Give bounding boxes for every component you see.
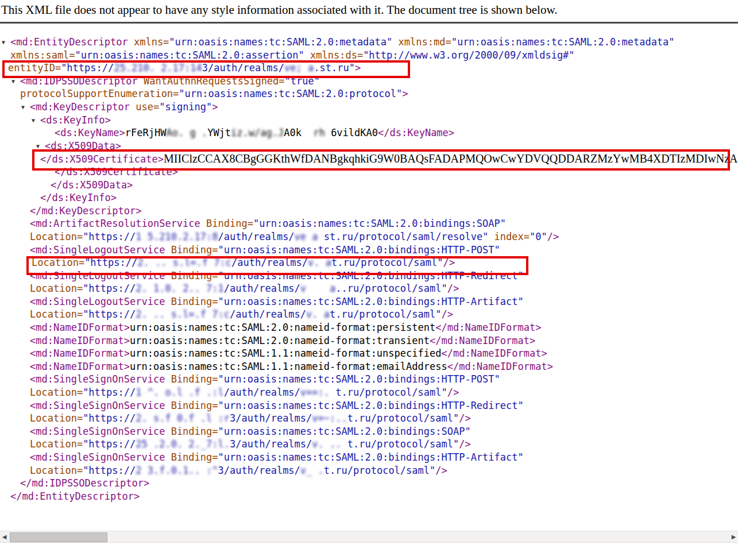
xml-attr: Location= xyxy=(32,257,84,268)
xml-tag: </ds:KeyInfo> xyxy=(40,192,117,203)
xml-val: "https:// xyxy=(83,283,136,294)
xml-tag: /> xyxy=(459,412,470,424)
xml-text: 6vildKA0 xyxy=(331,127,378,138)
redacted-text: Ao. g . xyxy=(166,127,207,138)
xml-tag: /> xyxy=(459,438,470,450)
redacted-text: 1 ^. o.l .f .:l xyxy=(136,387,224,398)
collapse-arrow-icon[interactable]: ▼ xyxy=(36,140,45,153)
redacted-text: iz.w/ag.J xyxy=(231,127,284,138)
collapse-arrow-icon[interactable]: ▼ xyxy=(32,114,40,128)
xml-val: "https:// xyxy=(83,438,136,450)
collapse-arrow-icon[interactable]: ▼ xyxy=(21,101,30,114)
xml-text: A0k xyxy=(284,127,302,138)
xml-tag: /> xyxy=(435,465,447,476)
header-divider xyxy=(0,22,738,24)
xml-tag: <md:SingleLogoutService xyxy=(30,296,165,307)
xml-text: urn:oasis:names:tc:SAML:2.0:nameid-forma… xyxy=(130,335,430,346)
xml-tag: </md:NameIDFormat> xyxy=(441,347,547,359)
xml-val: /auth/realms/ xyxy=(224,387,300,398)
xml-attr: xmlns:md= xyxy=(392,36,451,48)
xml-tag: <md:EntityDescriptor xyxy=(10,36,128,48)
xml-attr: Binding= xyxy=(165,451,218,463)
xml-val: "urn:oasis:names:tc:SAML:2.0:metadata" xyxy=(451,36,675,48)
xml-line: <md:SingleLogoutService Binding="urn:oas… xyxy=(0,269,738,283)
xml-line: <md:SingleSignOnService Binding="urn:oas… xyxy=(0,373,738,386)
xml-tag: </ds:X509Certificate> xyxy=(40,153,164,165)
xml-val: "0" xyxy=(530,231,547,242)
xml-val: "urn:oasis:names:tc:SAML:2.0:bindings:HT… xyxy=(218,296,524,307)
xml-val: "https:// xyxy=(83,387,136,398)
xml-line: <md:SingleLogoutService Binding="urn:oas… xyxy=(0,244,738,257)
xml-tag: /> xyxy=(442,308,453,320)
xml-attr: Location= xyxy=(30,387,83,398)
xml-val: 3/auth/realms/ xyxy=(218,465,300,476)
xml-line: </ds:X509Data> xyxy=(0,179,738,192)
xml-line: <ds:KeyName>rFeRjHWAo. g .YWjtiz.w/ag.JA… xyxy=(0,126,738,140)
xml-tag: <md:NameIDFormat> xyxy=(30,322,130,333)
xml-line: <md:NameIDFormat>urn:oasis:names:tc:SAML… xyxy=(0,360,738,373)
xml-viewer-page: This XML file does not appear to have an… xyxy=(0,0,738,560)
xml-tag: </md:NameIDFormat> xyxy=(447,361,553,372)
xml-val: /auth/realms/ xyxy=(224,283,300,294)
xml-text: YWjt xyxy=(207,127,231,138)
xml-tag: </md:IDPSSODescriptor> xyxy=(20,477,149,489)
xml-val: "urn:oasis:names:tc:SAML:2.0:protocol" xyxy=(179,88,402,99)
xml-attr: Location= xyxy=(30,438,83,450)
xml-tag: > xyxy=(212,101,218,113)
no-style-message: This XML file does not appear to have an… xyxy=(1,3,558,17)
xml-line: </md:KeyDescriptor> xyxy=(0,204,738,218)
redacted-text: 2 3.f.0.1.. :^ xyxy=(136,465,218,476)
redacted-text: 2. .. s.l=.f 7:c xyxy=(137,257,231,268)
xml-val: st.ru/protocol/saml/resolve" xyxy=(324,231,489,242)
xml-val: "https:// xyxy=(83,412,136,424)
xml-line: Location="https://2. .. s.l=.f 7:c/auth/… xyxy=(0,256,738,269)
xml-val: "urn:oasis:names:tc:SAML:2.0:bindings:SO… xyxy=(218,426,471,437)
xml-attr: use= xyxy=(130,101,159,113)
xml-text: urn:oasis:names:tc:SAML:1.1:nameid-forma… xyxy=(130,347,441,359)
redacted-text: v=~:.. xyxy=(312,412,347,424)
redacted-text: v==:. xyxy=(300,387,335,398)
xml-val: "https:// xyxy=(83,308,136,320)
xml-line: ▼<ds:X509Data> xyxy=(0,140,738,153)
xml-tag: </md:EntityDescriptor> xyxy=(10,491,140,502)
xml-val: "urn:oasis:names:tc:SAML:2.0:bindings:HT… xyxy=(218,270,524,281)
xml-line: <md:SingleSignOnService Binding="urn:oas… xyxy=(0,399,738,412)
xml-line: <md:NameIDFormat>urn:oasis:names:tc:SAML… xyxy=(0,334,738,347)
collapse-arrow-icon[interactable]: ▼ xyxy=(11,75,20,88)
scroll-right-icon[interactable]: ▶ xyxy=(729,531,738,542)
scroll-left-icon[interactable]: ◀ xyxy=(0,531,9,542)
xml-tag: <ds:KeyInfo> xyxy=(40,114,111,126)
xml-tree: ▼<md:EntityDescriptor xmlns="urn:oasis:n… xyxy=(0,36,738,503)
xml-tag: /> xyxy=(547,231,559,242)
xml-tag: <md:SingleLogoutService xyxy=(30,244,165,256)
xml-line: <md:SingleSignOnService Binding="urn:oas… xyxy=(0,451,738,464)
xml-attr: Binding= xyxy=(165,426,218,437)
xml-tag: <md:NameIDFormat> xyxy=(30,335,130,346)
xml-val: 3/auth/realms/ xyxy=(202,62,284,74)
redacted-text: ve; a xyxy=(284,62,314,74)
redacted-text: 2. s.f 0.f .l :r xyxy=(136,412,230,424)
xml-attr: xmlns:saml= xyxy=(10,49,75,61)
xml-val: t.ru/protocol/saml" xyxy=(330,308,441,320)
collapse-arrow-icon[interactable]: ▼ xyxy=(2,36,10,49)
xml-tag: <md:KeyDescriptor xyxy=(30,101,130,113)
xml-line: ▼<md:KeyDescriptor use="signing"> xyxy=(0,101,738,114)
xml-attr: Location= xyxy=(30,283,83,294)
xml-val: "urn:oasis:names:tc:SAML:2.0:bindings:HT… xyxy=(218,400,524,411)
xml-attr: protocolSupportEnumeration= xyxy=(20,88,179,99)
redacted-text: v. .. xyxy=(312,438,347,450)
xml-line: Location="https://1 5.210.2.17:8/auth/re… xyxy=(0,230,738,244)
scrollbar-thumb[interactable] xyxy=(10,532,107,542)
xml-attr: Binding= xyxy=(165,270,218,281)
xml-attr: Binding= xyxy=(165,373,218,385)
redacted-text: v a xyxy=(300,283,335,294)
xml-text: rFeRjHW xyxy=(125,127,167,138)
xml-tag: /> xyxy=(447,387,459,398)
horizontal-scrollbar[interactable]: ◀ ▶ xyxy=(0,531,738,543)
scrollbar-track[interactable] xyxy=(9,531,729,542)
xml-attr: Location= xyxy=(30,412,83,424)
redacted-text: 2. 1.0. 2.. 7:1 xyxy=(136,283,224,294)
xml-val: /auth/realms/ xyxy=(218,231,295,242)
xml-line: ▼<md:IDPSSODescriptor WantAuthnRequestsS… xyxy=(0,75,738,88)
xml-tag: </md:KeyDescriptor> xyxy=(30,205,141,217)
